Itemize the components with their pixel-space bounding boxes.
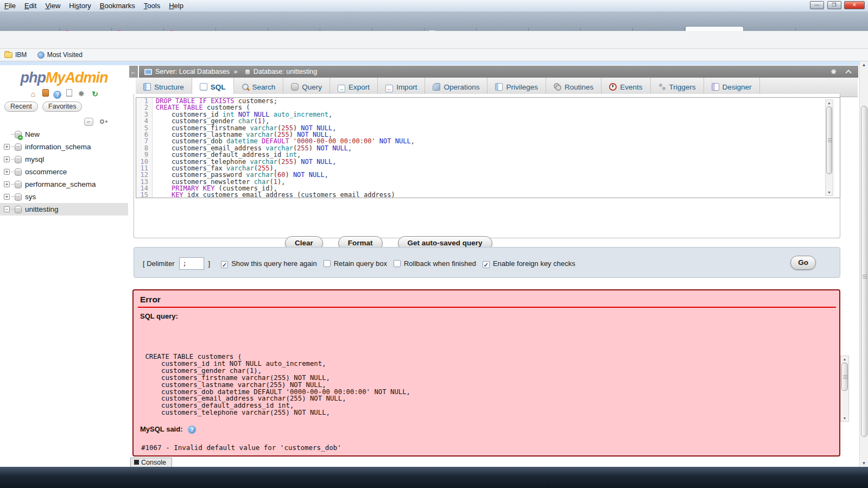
page-settings-gear-icon[interactable]: ✸ xyxy=(831,67,837,76)
checkbox-label: Enable foreign key checks xyxy=(493,259,575,268)
scroll-down-icon[interactable]: ▼ xyxy=(826,191,833,194)
console-icon xyxy=(134,460,139,465)
collapse-top-icon[interactable] xyxy=(845,69,851,75)
checkbox-icon[interactable] xyxy=(324,260,331,267)
checkbox-label: Rollback when finished xyxy=(404,259,476,268)
pma-tab-label: Routines xyxy=(565,83,593,91)
pma-logo[interactable]: phpMyAdmin xyxy=(0,69,128,86)
menu-item-bookmarks[interactable]: Bookmarks xyxy=(96,0,140,10)
tree-expander-icon[interactable]: + xyxy=(4,156,10,162)
help-icon[interactable]: ? xyxy=(53,91,61,99)
error-message: #1067 - Invalid default value for 'custo… xyxy=(141,443,341,452)
checkbox-icon[interactable] xyxy=(394,260,401,267)
sql-token: ) xyxy=(285,171,293,179)
scrollbar-thumb[interactable] xyxy=(841,363,848,391)
menu-item-view[interactable]: View xyxy=(41,0,65,10)
menu-items: FileEditViewHistoryBookmarksToolsHelp xyxy=(0,1,188,10)
menu-item-history[interactable]: History xyxy=(65,0,95,10)
home-icon[interactable]: ⌂ xyxy=(28,90,37,98)
bookmarks-bar: IBM Most Visited xyxy=(0,49,868,61)
scrollbar-thumb[interactable] xyxy=(826,106,832,174)
query-options-row: [ Delimiter ; ] ✓Show this query here ag… xyxy=(143,257,575,270)
breadcrumb-database[interactable]: Database: unittesting xyxy=(254,68,317,75)
tree-expander-icon[interactable]: + xyxy=(4,194,10,200)
editor-line: 15 KEY idx_customers_email_address (cust… xyxy=(136,192,840,198)
option-checkbox-rollback-when-finished[interactable]: Rollback when finished xyxy=(394,259,476,268)
pma-sidebar-icons: ⌂ ? ✸ ↻ xyxy=(0,89,128,99)
logout-icon[interactable] xyxy=(42,89,49,97)
error-code-line: CREATE TABLE customers ( xyxy=(141,353,836,360)
tree-expander-icon[interactable]: − xyxy=(4,206,10,212)
sql-token: auto_increment xyxy=(270,111,328,118)
minimize-button[interactable]: — xyxy=(810,1,824,9)
pma-tab-label: Search xyxy=(252,83,276,91)
bookmark-item-ibm[interactable]: IBM xyxy=(0,49,31,59)
tree-item-unittesting[interactable]: −unittesting xyxy=(0,203,128,216)
menu-item-edit[interactable]: Edit xyxy=(20,0,41,10)
checkbox-icon[interactable]: ✓ xyxy=(483,261,490,268)
console-bar[interactable]: Console xyxy=(130,458,172,467)
scroll-down-icon[interactable]: ▼ xyxy=(860,461,868,466)
menu-item-help[interactable]: Help xyxy=(164,0,188,10)
docs-icon[interactable] xyxy=(66,89,72,97)
option-checkbox-retain-query-box[interactable]: Retain query box xyxy=(324,259,387,268)
tree-item-New[interactable]: New xyxy=(0,128,128,141)
link-icon[interactable] xyxy=(100,119,104,124)
tree-expander-icon[interactable]: + xyxy=(4,169,10,175)
scroll-down-icon[interactable]: ▼ xyxy=(841,416,848,420)
breadcrumb: Server: Local Databases » Database: unit… xyxy=(139,66,858,78)
tree-item-sys[interactable]: +sys xyxy=(0,191,128,203)
scroll-up-icon[interactable]: ▲ xyxy=(841,357,848,361)
scroll-up-icon[interactable]: ▲ xyxy=(860,62,868,67)
export-icon: → xyxy=(338,85,345,92)
tree-connector xyxy=(11,184,14,185)
tree-expander-icon[interactable]: + xyxy=(4,181,10,187)
option-checkbox-enable-foreign-key-checks[interactable]: ✓Enable foreign key checks xyxy=(483,259,575,268)
tree-item-oscommerce[interactable]: +oscommerce xyxy=(0,166,128,178)
bookmark-item-most-visited[interactable]: Most Visited xyxy=(33,49,87,59)
error-divider xyxy=(138,307,836,308)
tree-item-performance_schema[interactable]: +performance_schema xyxy=(0,178,128,191)
close-button[interactable]: ✕ xyxy=(844,1,865,9)
routines-icon xyxy=(554,83,561,91)
error-sql-code: CREATE TABLE customers ( customers_id in… xyxy=(141,353,836,416)
page-scrollbar[interactable]: ▲ ▼ xyxy=(859,61,868,467)
go-button[interactable]: Go xyxy=(790,256,816,270)
scroll-up-icon[interactable]: ▲ xyxy=(826,101,833,105)
tree-expander-icon[interactable]: + xyxy=(4,144,10,150)
query-icon xyxy=(291,83,299,91)
browser-nav-toolbar: ← ilocalhost/phpmyadmin/db_sql.php?db=un… xyxy=(0,31,868,49)
tree-item-label: sys xyxy=(25,193,36,201)
option-checkbox-show-this-query-here-again[interactable]: ✓Show this query here again xyxy=(221,259,317,268)
help-icon[interactable]: ? xyxy=(188,426,196,434)
tree-item-label: performance_schema xyxy=(25,180,96,188)
search-icon xyxy=(242,83,249,91)
scrollbar-thumb[interactable] xyxy=(861,106,867,437)
favorites-button[interactable]: Favorites xyxy=(42,102,82,112)
database-cylinder-icon xyxy=(15,206,22,213)
refresh-icon[interactable]: ↻ xyxy=(91,90,100,98)
pma-tab-label: Query xyxy=(302,83,322,91)
delimiter-input[interactable]: ; xyxy=(179,257,204,270)
editor-scrollbar[interactable]: ▲ ▼ xyxy=(825,99,833,196)
recent-button[interactable]: Recent xyxy=(4,102,38,112)
sql-token: NOT NULL xyxy=(293,171,325,179)
tree-connector xyxy=(11,197,14,197)
page-content: phpMyAdmin ⌂ ? ✸ ↻ Recent Favorites − Ne… xyxy=(0,61,868,467)
collapse-all-button[interactable]: − xyxy=(84,118,93,126)
settings-gear-icon[interactable]: ✸ xyxy=(77,90,86,98)
operations-icon xyxy=(433,83,440,91)
sql-icon xyxy=(200,83,207,91)
hide-sidebar-arrow[interactable]: ← xyxy=(129,66,138,78)
error-code-scrollbar[interactable]: ▲ ▼ xyxy=(840,356,849,422)
checkbox-icon[interactable]: ✓ xyxy=(221,261,228,268)
breadcrumb-server[interactable]: Server: Local Databases xyxy=(155,68,230,75)
sql-code-editor[interactable]: 1DROP TABLE IF EXISTS customers;2CREATE … xyxy=(136,97,840,198)
database-cylinder-icon xyxy=(15,168,22,176)
sql-token: NOT NULL xyxy=(301,158,332,166)
menu-item-tools[interactable]: Tools xyxy=(140,0,164,10)
tree-item-mysql[interactable]: +mysql xyxy=(0,153,128,166)
menu-item-file[interactable]: File xyxy=(0,0,20,10)
restore-button[interactable]: ❐ xyxy=(827,1,841,9)
tree-item-information_schema[interactable]: +information_schema xyxy=(0,141,128,153)
